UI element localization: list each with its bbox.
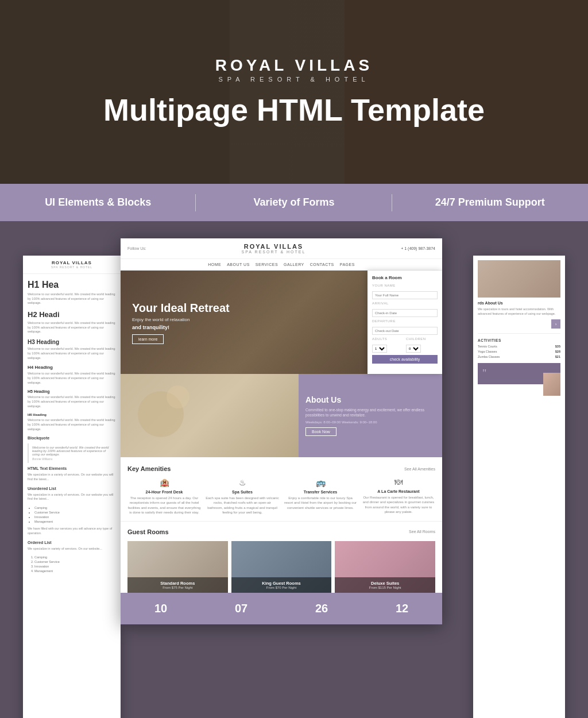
nav-contacts[interactable]: CONTACTS <box>310 263 334 267</box>
mockup-website: Follow Us: ROYAL VILLAS SPA RESORT & HOT… <box>121 238 442 624</box>
left-panel: ROYAL VILLAS SPA RESORT & HOTEL H1 Hea W… <box>23 256 121 718</box>
amenity-transfer: 🚌 Transfer Services Enjoy a comfortable … <box>284 478 357 515</box>
book-now-button[interactable]: Book Now <box>305 427 336 436</box>
adults-select[interactable]: 123 <box>372 345 387 353</box>
nav-pages[interactable]: PAGES <box>340 263 355 267</box>
transfer-icon: 🚌 <box>284 478 357 488</box>
h4-heading: H4 Heading <box>28 365 116 370</box>
stat-1: 10 <box>121 602 201 615</box>
activity-zumba: Zumba Classes $21 <box>478 355 560 358</box>
hero-title: Multipage HTML Template <box>103 93 485 127</box>
stats-bar: 10 07 26 12 <box>121 593 442 624</box>
activity-tennis: Tennis Courts $35 <box>478 345 560 348</box>
right-panel: rds About Us We specialize in tours and … <box>473 256 565 718</box>
spa-icon: ♨ <box>206 478 279 488</box>
book-arrival-input[interactable] <box>372 309 438 317</box>
mockup-header: Follow Us: ROYAL VILLAS SPA RESORT & HOT… <box>121 238 442 259</box>
room-standard[interactable]: Standard Rooms From $75 Per Night <box>127 541 228 593</box>
room-deluxe[interactable]: Deluxe Suites From $115 Per Night <box>335 541 435 593</box>
mockup-nav: HOME ABOUT US SERVICES GALLERY CONTACTS … <box>121 259 442 271</box>
nav-services[interactable]: SERVICES <box>256 263 278 267</box>
feature-ui-elements: UI Elements & Blocks <box>0 196 196 209</box>
check-availability-button[interactable]: check availability <box>372 355 438 364</box>
nav-about[interactable]: ABOUT US <box>227 263 250 267</box>
hero-section: ROYAL VILLAS SPA RESORT & HOTEL Multipag… <box>0 0 588 184</box>
left-panel-header: ROYAL VILLAS SPA RESORT & HOTEL <box>23 256 121 274</box>
children-select[interactable]: 012 <box>406 345 421 353</box>
features-bar: UI Elements & Blocks Variety of Forms 24… <box>0 184 588 221</box>
brand-sub: SPA RESORT & HOTEL <box>218 76 369 83</box>
html-text-label: HTML Text Elements <box>28 466 116 470</box>
right-content: rds About Us We specialize in tours and … <box>473 256 565 400</box>
center-mockup: Follow Us: ROYAL VILLAS SPA RESORT & HOT… <box>121 238 442 624</box>
blockquote-box: Welcome to our wonderful world. We creat… <box>28 443 116 463</box>
book-name-input[interactable] <box>372 291 438 299</box>
nav-home[interactable]: HOME <box>208 263 221 267</box>
front-desk-icon: 🏨 <box>127 478 201 488</box>
amenity-front-desk: 🏨 24-Hour Front Desk The reception is op… <box>127 478 201 515</box>
unordered-label: Unordered List <box>28 487 116 491</box>
amenity-restaurant: 🍽 A La Carte Restaurant Our Restaurant i… <box>362 478 435 515</box>
stat-4: 12 <box>362 602 442 615</box>
amenities-section: Key Amenities See All Amenities 🏨 24-Hou… <box>121 457 442 522</box>
divider <box>478 333 560 334</box>
amenities-grid: 🏨 24-Hour Front Desk The reception is op… <box>127 478 435 515</box>
purple-box: › <box>551 319 560 329</box>
about-food-row: About Us Committed to one-stop making en… <box>121 374 442 457</box>
stat-3: 26 <box>281 602 362 615</box>
h5-heading: H5 Heading <box>28 389 116 393</box>
brand-name: ROYAL VILLAS <box>215 56 373 75</box>
rooms-section: Guest Rooms See All Rooms Standard Rooms… <box>121 522 442 593</box>
right-room-image <box>478 260 560 298</box>
h2-heading: H2 Headi <box>28 310 116 319</box>
learn-more-button[interactable]: learn more <box>132 334 164 344</box>
h6-heading: H6 Heading <box>28 413 116 416</box>
rooms-grid: Standard Rooms From $75 Per Night King G… <box>127 541 435 593</box>
nav-gallery[interactable]: GALLERY <box>284 263 304 267</box>
feature-support: 24/7 Premium Support <box>392 196 588 209</box>
preview-wrapper: ROYAL VILLAS SPA RESORT & HOTEL H1 Hea W… <box>11 238 577 718</box>
room-king[interactable]: King Guest Rooms From $70 Per Night <box>231 541 332 593</box>
ordered-list: Camping Customer Service Innovation Mana… <box>28 555 116 573</box>
unordered-list: Camping Customer Service Innovation Mana… <box>28 506 116 523</box>
book-widget: Book a Room YOUR NAME ARRIVAL DEPARTURE … <box>368 271 442 374</box>
h3-heading: H3 Heading <box>28 339 116 345</box>
about-box: About Us Committed to one-stop making en… <box>299 374 442 457</box>
preview-area: ROYAL VILLAS SPA RESORT & HOTEL H1 Hea W… <box>0 221 588 718</box>
food-image <box>121 374 299 457</box>
left-content: H1 Hea Welcome to our wonderful world. W… <box>23 274 121 582</box>
book-departure-input[interactable] <box>372 327 438 335</box>
amenities-header: Key Amenities See All Amenities <box>127 465 435 472</box>
amenity-spa: ♨ Spa Suites Each spa suite has been des… <box>206 478 279 515</box>
stat-2: 07 <box>201 602 281 615</box>
restaurant-icon: 🍽 <box>362 478 435 487</box>
person-image <box>543 373 560 396</box>
blockquote-label: Blockquote <box>28 436 116 440</box>
hero-text: Your Ideal Retreat Enjoy the world of re… <box>132 301 230 344</box>
rooms-header: Guest Rooms See All Rooms <box>127 528 435 535</box>
activity-yoga: Yoga Classes $28 <box>478 350 560 353</box>
h1-heading: H1 Hea <box>28 280 116 290</box>
ordered-label: Ordered List <box>28 541 116 545</box>
hero-with-book: Your Ideal Retreat Enjoy the world of re… <box>121 271 442 374</box>
book-guests-row: ADULTS 123 CHILDREN 012 <box>372 337 438 353</box>
feature-forms: Variety of Forms <box>196 196 392 209</box>
